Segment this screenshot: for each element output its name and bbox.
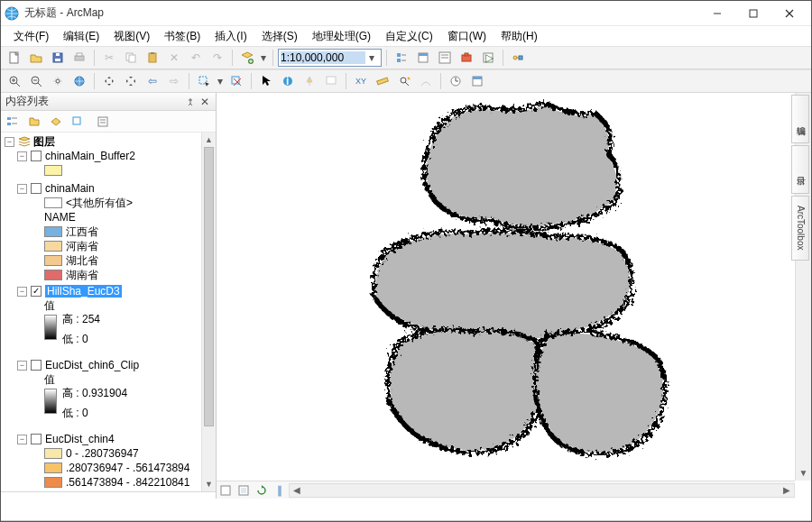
add-data-dropdown[interactable]: ▾ (259, 48, 268, 68)
layer-name-selected[interactable]: HillSha_EucD3 (45, 285, 122, 298)
menu-edit[interactable]: 编辑(E) (58, 27, 105, 46)
scroll-left-icon[interactable]: ◀ (290, 485, 304, 495)
open-button[interactable] (26, 48, 46, 68)
scale-dropdown-icon[interactable]: ▾ (365, 51, 378, 64)
scroll-down-icon[interactable]: ▼ (796, 464, 811, 481)
collapse-icon[interactable]: − (17, 151, 27, 161)
symbol-swatch[interactable] (44, 241, 62, 252)
scroll-thumb[interactable] (204, 147, 214, 426)
collapse-icon[interactable]: − (17, 287, 27, 297)
toc-scrollbar[interactable]: ▲ ▼ (201, 133, 216, 491)
identify-button[interactable]: i (278, 71, 298, 91)
catalog-button[interactable] (413, 48, 433, 68)
menu-window[interactable]: 窗口(W) (442, 27, 492, 46)
print-button[interactable] (69, 48, 89, 68)
back-extent-button[interactable]: ⇦ (143, 71, 162, 91)
goto-xy-button[interactable]: XY (351, 71, 371, 91)
new-doc-button[interactable] (5, 48, 24, 68)
menu-file[interactable]: 文件(F) (8, 27, 54, 46)
measure-button[interactable] (373, 71, 392, 91)
menu-bookmarks[interactable]: 书签(B) (159, 27, 206, 46)
pause-button[interactable]: ∥ (271, 482, 289, 499)
hyperlink-button[interactable] (300, 71, 319, 91)
select-features-button[interactable] (194, 71, 214, 91)
fixed-zoom-out-button[interactable] (121, 71, 141, 91)
map-canvas[interactable] (218, 95, 795, 481)
python-button[interactable]: ▷ (478, 48, 498, 68)
layer-name[interactable]: chinaMain (45, 182, 95, 195)
symbol-swatch[interactable] (44, 226, 62, 237)
list-by-selection-button[interactable] (69, 113, 87, 131)
layer-checkbox[interactable] (31, 360, 42, 371)
dock-tab-edit[interactable]: 编辑 (791, 95, 809, 143)
scroll-down-icon[interactable]: ▼ (202, 477, 216, 491)
layer-name[interactable]: chinaMain_Buffer2 (45, 150, 135, 162)
fixed-zoom-in-button[interactable] (99, 71, 119, 91)
layer-checkbox[interactable] (31, 183, 42, 194)
arctoolbox-button[interactable] (457, 48, 476, 68)
list-by-visibility-button[interactable] (47, 113, 65, 131)
collapse-icon[interactable]: − (17, 184, 27, 194)
select-elements-button[interactable] (256, 71, 276, 91)
data-view-button[interactable] (217, 482, 235, 499)
scale-input[interactable] (281, 51, 365, 64)
layer-name[interactable]: EucDist_chin6_Clip (45, 359, 139, 371)
map-view[interactable]: ▲ ▼ ∥ ◀▶ (217, 93, 811, 499)
pin-icon[interactable] (184, 96, 197, 108)
viewer-window-button[interactable] (467, 71, 487, 91)
symbol-swatch[interactable] (44, 197, 62, 208)
save-button[interactable] (48, 48, 68, 68)
scale-combo[interactable]: ▾ (278, 49, 382, 67)
editor-toolbar-button[interactable] (392, 48, 411, 68)
list-by-source-button[interactable] (25, 113, 43, 131)
forward-extent-button[interactable]: ⇨ (164, 71, 184, 91)
clear-selection-button[interactable] (226, 71, 246, 91)
color-ramp[interactable] (44, 389, 57, 414)
menu-geoprocessing[interactable]: 地理处理(G) (307, 27, 376, 46)
delete-button[interactable]: ✕ (164, 48, 184, 68)
symbol-swatch[interactable] (44, 462, 62, 473)
layer-name[interactable]: EucDist_chin4 (45, 433, 115, 445)
map-horizontal-scrollbar[interactable]: ◀▶ (289, 483, 795, 498)
dock-tab-arctoolbox[interactable]: ArcToolbox (791, 196, 809, 261)
cut-button[interactable]: ✂ (99, 48, 119, 68)
symbol-swatch[interactable] (44, 270, 62, 280)
time-slider-button[interactable] (446, 71, 466, 91)
add-data-button[interactable] (237, 48, 257, 68)
symbol-swatch[interactable] (44, 477, 62, 488)
redo-button[interactable]: ↷ (208, 48, 227, 68)
layer-checkbox[interactable] (31, 151, 42, 161)
options-button[interactable] (94, 113, 112, 131)
toc-tree[interactable]: −图层 −chinaMain_Buffer2 −chinaMain <其他所有值… (1, 133, 216, 491)
full-extent-button[interactable] (69, 71, 89, 91)
find-route-button[interactable] (416, 71, 436, 91)
menu-customize[interactable]: 自定义(C) (380, 27, 438, 46)
find-button[interactable] (394, 71, 414, 91)
html-popup-button[interactable] (321, 71, 341, 91)
search-button[interactable] (435, 48, 455, 68)
close-panel-icon[interactable]: ✕ (198, 96, 211, 108)
symbol-swatch[interactable] (44, 255, 62, 266)
menu-view[interactable]: 视图(V) (108, 27, 155, 46)
symbol-swatch[interactable] (44, 448, 62, 459)
menu-selection[interactable]: 选择(S) (256, 27, 303, 46)
undo-button[interactable]: ↶ (186, 48, 206, 68)
zoom-in-button[interactable] (5, 71, 24, 91)
collapse-icon[interactable]: − (17, 435, 27, 444)
collapse-icon[interactable]: − (17, 361, 27, 371)
list-by-drawing-order-button[interactable] (4, 113, 22, 131)
menu-help[interactable]: 帮助(H) (495, 27, 543, 46)
color-ramp[interactable] (44, 315, 57, 340)
dock-tab-catalog[interactable]: 目录 (791, 145, 809, 194)
maximize-button[interactable] (735, 1, 771, 26)
pan-button[interactable] (48, 71, 68, 91)
copy-button[interactable] (121, 48, 141, 68)
scroll-up-icon[interactable]: ▲ (202, 133, 216, 147)
layer-checkbox[interactable] (31, 286, 42, 297)
menu-insert[interactable]: 插入(I) (209, 27, 252, 46)
minimize-button[interactable] (699, 1, 735, 26)
close-button[interactable] (771, 1, 807, 26)
zoom-out-button[interactable] (26, 71, 46, 91)
scroll-right-icon[interactable]: ▶ (780, 485, 794, 495)
refresh-button[interactable] (253, 482, 271, 499)
